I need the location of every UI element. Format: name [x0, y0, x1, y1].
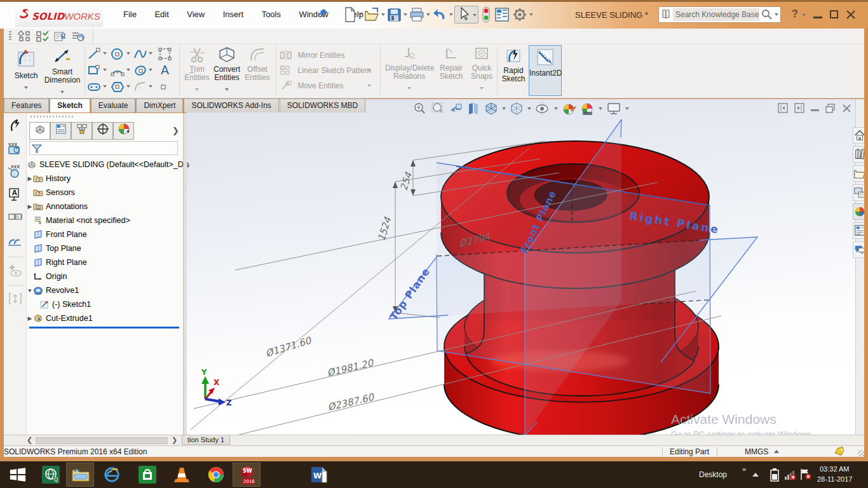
- arc-caret[interactable]: [126, 69, 130, 71]
- selection-box-icon[interactable]: [158, 48, 172, 60]
- search-icon[interactable]: [761, 8, 773, 21]
- datum-icon[interactable]: A: [7, 187, 24, 202]
- status-units[interactable]: MMGS: [745, 447, 768, 456]
- tray-show-hidden[interactable]: [752, 473, 759, 477]
- slot-caret[interactable]: [103, 85, 107, 88]
- help-caret[interactable]: [802, 14, 806, 17]
- doc-restore-icon[interactable]: [825, 103, 836, 113]
- tray-chevron[interactable]: »: [742, 465, 746, 473]
- scene-caret[interactable]: [599, 107, 602, 110]
- circle-tool-icon[interactable]: [111, 48, 125, 60]
- display-style-caret[interactable]: [527, 107, 531, 110]
- sketch-button[interactable]: Sketch: [10, 46, 42, 96]
- menu-edit[interactable]: Edit: [147, 5, 176, 24]
- polygon-tool-icon[interactable]: [111, 81, 125, 93]
- instant2d-button[interactable]: Instant2D: [529, 45, 562, 96]
- panel-tab-propertymanager[interactable]: [50, 122, 71, 140]
- view-settings-icon[interactable]: [606, 102, 621, 116]
- graphics-viewport[interactable]: 254 1524 Ø2794 Ø1371.60 Ø1981.20 Ø2387.6…: [187, 99, 855, 436]
- tree-front-plane[interactable]: Front Plane: [27, 227, 183, 241]
- search-caret[interactable]: [775, 13, 778, 16]
- slot-tool-icon[interactable]: [87, 81, 101, 93]
- doc-close-icon[interactable]: [842, 104, 851, 113]
- view-settings-caret[interactable]: [625, 107, 629, 110]
- taskbar-solidworks-cell[interactable]: SW2016: [233, 463, 261, 487]
- units-caret[interactable]: [774, 450, 779, 453]
- mirror-entities-item[interactable]: Mirror Entities: [280, 49, 375, 63]
- motion-study-tab[interactable]: tion Study 1: [182, 435, 230, 445]
- ellipse-tool-icon[interactable]: [133, 64, 147, 77]
- view-orientation-icon[interactable]: [484, 102, 498, 116]
- taskbar-chrome-icon[interactable]: [207, 466, 225, 484]
- orientation-caret[interactable]: [502, 107, 506, 110]
- fillet-caret[interactable]: [149, 85, 153, 88]
- tree-right-plane[interactable]: Right Plane: [27, 255, 183, 269]
- tag-icon[interactable]: [834, 447, 845, 457]
- save-icon[interactable]: [386, 7, 402, 23]
- hide-show-caret[interactable]: [554, 107, 558, 110]
- point-tool-icon[interactable]: [159, 83, 167, 91]
- minimize-button[interactable]: [813, 17, 822, 18]
- apply-scene-icon[interactable]: [580, 102, 595, 116]
- tree-cut-extrude1[interactable]: ▶ Cut-Extrude1: [27, 311, 183, 325]
- quick-snaps-button[interactable]: QuickSnaps: [469, 46, 494, 96]
- arc-tool-icon[interactable]: [111, 64, 125, 77]
- tab-mbd[interactable]: SOLIDWORKS MBD: [280, 98, 365, 112]
- save-caret[interactable]: [403, 13, 407, 16]
- add-view-icon[interactable]: [7, 262, 24, 278]
- tab-evaluate[interactable]: Evaluate: [91, 98, 136, 112]
- tree-annotations[interactable]: ▶ A Annotations: [27, 200, 183, 214]
- asm-icon-3[interactable]: [53, 30, 67, 42]
- tree-material[interactable]: Material <not specified>: [27, 214, 183, 227]
- tray-battery-icon[interactable]: [770, 468, 779, 482]
- tree-revolve1[interactable]: ▼ Revolve1: [27, 283, 183, 297]
- menu-file[interactable]: File: [116, 5, 144, 24]
- undo-icon[interactable]: [431, 6, 448, 23]
- mbd-dimension-icon[interactable]: [7, 118, 24, 133]
- gear-icon[interactable]: [512, 6, 528, 23]
- tab-addins[interactable]: SOLIDWORKS Add-Ins: [184, 98, 278, 112]
- text-tool-icon[interactable]: A: [158, 63, 172, 77]
- line-caret[interactable]: [103, 52, 107, 55]
- smart-dimension-button[interactable]: SmartDimension: [43, 46, 81, 96]
- location-dimension-icon[interactable]: xxx: [7, 164, 24, 179]
- pin-icon[interactable]: [318, 8, 329, 19]
- polygon-caret[interactable]: [126, 85, 130, 88]
- tab-scroll-left[interactable]: ❮: [27, 436, 32, 444]
- asm-icon-4[interactable]: [71, 30, 85, 42]
- search-input[interactable]: Search Knowledge Base: [673, 8, 759, 21]
- move-entities-item[interactable]: Move Entities: [280, 79, 375, 93]
- rebuild-icon[interactable]: [480, 6, 492, 24]
- collapse-right-icon[interactable]: [794, 103, 804, 113]
- panel-tab-featuremanager[interactable]: [29, 122, 50, 140]
- new-document-icon[interactable]: [342, 6, 357, 23]
- menu-view[interactable]: View: [179, 5, 212, 24]
- fillet-tool-icon[interactable]: [133, 81, 147, 93]
- print-icon[interactable]: [409, 6, 425, 23]
- panel-tab-configurationmanager[interactable]: [71, 122, 92, 140]
- panel-divider[interactable]: [183, 113, 187, 436]
- doc-minimize-icon[interactable]: [811, 109, 819, 111]
- rect-caret[interactable]: [103, 69, 107, 71]
- filter-icon[interactable]: [31, 143, 43, 154]
- offset-entities-button[interactable]: OffsetEntities: [243, 46, 272, 96]
- tree-history[interactable]: ▶ History: [27, 172, 183, 186]
- display-style-icon[interactable]: [510, 102, 524, 116]
- taskbar-word-icon[interactable]: W: [310, 466, 328, 484]
- sheet-format-icon[interactable]: 0.3: [7, 210, 24, 225]
- edit-appearance-icon[interactable]: [562, 102, 576, 116]
- tray-date[interactable]: 28-11-2017: [817, 475, 852, 483]
- print-caret[interactable]: [426, 13, 430, 16]
- display-delete-relations-button[interactable]: Display/DeleteRelations: [385, 46, 433, 96]
- linear-pattern-caret[interactable]: [367, 69, 371, 72]
- panel-tab-displaymanager[interactable]: [113, 122, 134, 140]
- convert-entities-button[interactable]: ConvertEntities: [212, 46, 241, 96]
- tab-scrollbar[interactable]: [36, 437, 168, 444]
- spline-caret[interactable]: [149, 52, 153, 55]
- repair-sketch-button[interactable]: RepairSketch: [435, 46, 468, 96]
- taskbar-store-icon[interactable]: [139, 466, 156, 484]
- rectangle-tool-icon[interactable]: [87, 64, 101, 77]
- linear-pattern-item[interactable]: Linear Sketch Pattern: [280, 64, 375, 78]
- move-caret[interactable]: [367, 85, 371, 87]
- tray-time[interactable]: 03:32 AM: [820, 465, 849, 473]
